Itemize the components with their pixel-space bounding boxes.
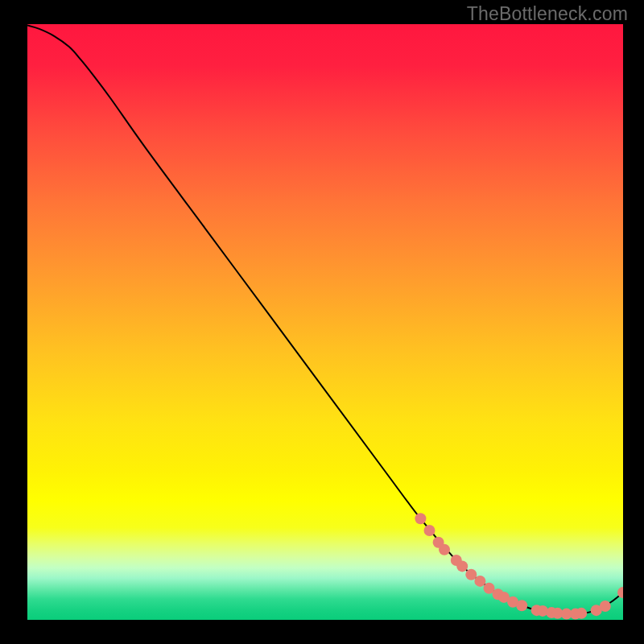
marker-point [415, 513, 426, 524]
watermark-text: TheBottleneck.com [467, 3, 628, 25]
marker-point [600, 601, 611, 612]
gradient-background [27, 24, 623, 620]
marker-point [439, 544, 450, 555]
marker-point [424, 525, 436, 536]
plot-area [27, 24, 623, 620]
chart-svg [27, 24, 623, 620]
marker-point [516, 600, 527, 611]
marker-point [474, 576, 485, 587]
chart-stage: TheBottleneck.com [0, 0, 644, 644]
marker-point [576, 608, 587, 619]
marker-point [456, 560, 468, 572]
